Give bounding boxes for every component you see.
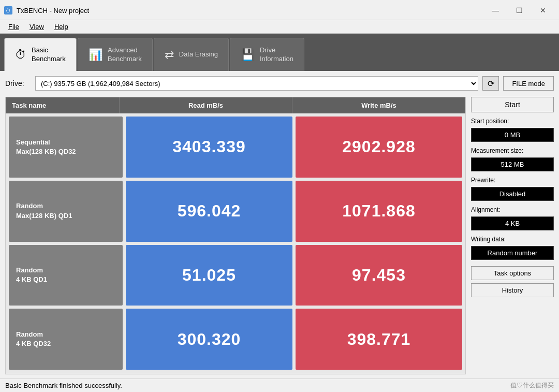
table-row: SequentialMax(128 KB) QD32 3403.339 2902… bbox=[9, 117, 462, 178]
start-position-label: Start position: bbox=[471, 118, 554, 125]
status-message: Basic Benchmark finished successfully. bbox=[5, 382, 122, 389]
menu-help[interactable]: Help bbox=[50, 21, 72, 32]
table-row: RandomMax(128 KB) QD1 596.042 1071.868 bbox=[9, 181, 462, 242]
bench-write-rand128: 1071.868 bbox=[296, 181, 462, 242]
table-body: SequentialMax(128 KB) QD32 3403.339 2902… bbox=[6, 113, 465, 374]
title-bar: ⏱ TxBENCH - New project — ☐ ✕ bbox=[0, 0, 559, 20]
bench-label-rand4qd1: Random4 KB QD1 bbox=[9, 245, 123, 306]
tab-bar: ⏱ BasicBenchmark 📊 AdvancedBenchmark ⇄ D… bbox=[0, 34, 559, 71]
header-task: Task name bbox=[6, 97, 120, 113]
data-erasing-icon: ⇄ bbox=[165, 49, 174, 61]
tab-basic-benchmark[interactable]: ⏱ BasicBenchmark bbox=[4, 38, 77, 71]
tab-erasing-label: Data Erasing bbox=[179, 50, 218, 59]
bench-write-seq: 2902.928 bbox=[296, 117, 462, 178]
bench-write-rand4qd1: 97.453 bbox=[296, 245, 462, 306]
bench-label-rand128: RandomMax(128 KB) QD1 bbox=[9, 181, 123, 242]
bench-read-seq: 3403.339 bbox=[126, 117, 292, 178]
writing-data-label: Writing data: bbox=[471, 236, 554, 243]
drive-row: Drive: (C:) 935.75 GB (1,962,409,984 Sec… bbox=[5, 76, 554, 91]
history-button[interactable]: History bbox=[471, 283, 554, 297]
start-position-value: 0 MB bbox=[471, 128, 554, 142]
tab-drive-label: DriveInformation bbox=[260, 46, 293, 64]
tab-data-erasing[interactable]: ⇄ Data Erasing bbox=[154, 38, 229, 71]
writing-data-value: Random number bbox=[471, 246, 554, 260]
bench-read-rand4qd32: 300.320 bbox=[126, 309, 292, 370]
prewrite-value: Disabled bbox=[471, 187, 554, 201]
alignment-value: 4 KB bbox=[471, 216, 554, 230]
tab-advanced-label: AdvancedBenchmark bbox=[108, 46, 142, 64]
table-row: Random4 KB QD1 51.025 97.453 bbox=[9, 245, 462, 306]
alignment-label: Alignment: bbox=[471, 206, 554, 213]
content-area: Task name Read mB/s Write mB/s Sequentia… bbox=[5, 97, 554, 374]
header-read: Read mB/s bbox=[120, 97, 292, 113]
bench-read-rand4qd1: 51.025 bbox=[126, 245, 292, 306]
measurement-size-label: Measurement size: bbox=[471, 147, 554, 154]
bench-read-rand128: 596.042 bbox=[126, 181, 292, 242]
tab-advanced-benchmark[interactable]: 📊 AdvancedBenchmark bbox=[78, 38, 153, 71]
status-bar: Basic Benchmark finished successfully. 值… bbox=[0, 379, 559, 392]
menu-view[interactable]: View bbox=[25, 21, 48, 32]
app-icon: ⏱ bbox=[4, 6, 12, 14]
table-header: Task name Read mB/s Write mB/s bbox=[6, 97, 465, 113]
menu-bar: File View Help bbox=[0, 20, 559, 34]
drive-label: Drive: bbox=[5, 79, 31, 88]
benchmark-table: Task name Read mB/s Write mB/s Sequentia… bbox=[5, 97, 466, 374]
task-options-button[interactable]: Task options bbox=[471, 266, 554, 280]
advanced-benchmark-icon: 📊 bbox=[89, 49, 102, 61]
maximize-button[interactable]: ☐ bbox=[507, 3, 531, 18]
window-title: TxBENCH - New project bbox=[17, 7, 89, 14]
tab-basic-label: BasicBenchmark bbox=[32, 46, 66, 64]
bench-write-rand4qd32: 398.771 bbox=[296, 309, 462, 370]
prewrite-label: Prewrite: bbox=[471, 177, 554, 184]
measurement-size-value: 512 MB bbox=[471, 157, 554, 171]
drive-select[interactable]: (C:) 935.75 GB (1,962,409,984 Sectors) bbox=[35, 76, 478, 91]
main-content: Drive: (C:) 935.75 GB (1,962,409,984 Sec… bbox=[0, 71, 559, 379]
minimize-button[interactable]: — bbox=[483, 3, 507, 18]
watermark: 值♡什么值得买 bbox=[510, 381, 554, 390]
file-mode-button[interactable]: FILE mode bbox=[503, 76, 554, 91]
close-button[interactable]: ✕ bbox=[531, 3, 555, 18]
basic-benchmark-icon: ⏱ bbox=[15, 49, 26, 61]
drive-info-icon: 💾 bbox=[241, 49, 255, 61]
table-row: Random4 KB QD32 300.320 398.771 bbox=[9, 309, 462, 370]
drive-refresh-button[interactable]: ⟳ bbox=[482, 76, 499, 91]
bench-label-rand4qd32: Random4 KB QD32 bbox=[9, 309, 123, 370]
header-write: Write mB/s bbox=[292, 97, 465, 113]
bench-label-seq: SequentialMax(128 KB) QD32 bbox=[9, 117, 123, 178]
right-panel: Start Start position: 0 MB Measurement s… bbox=[471, 97, 554, 374]
window-controls: — ☐ ✕ bbox=[483, 3, 555, 18]
menu-file[interactable]: File bbox=[4, 21, 23, 32]
tab-drive-information[interactable]: 💾 DriveInformation bbox=[230, 38, 304, 71]
start-button[interactable]: Start bbox=[471, 97, 554, 112]
